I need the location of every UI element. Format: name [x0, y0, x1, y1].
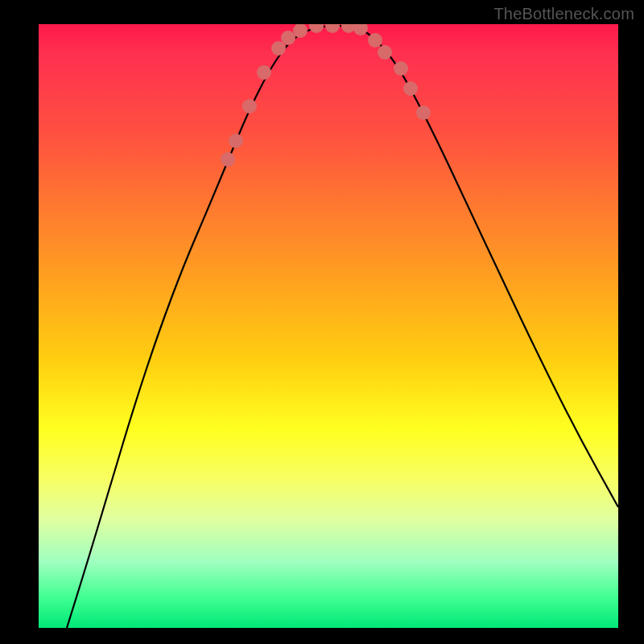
watermark-text: TheBottleneck.com [493, 5, 634, 23]
sample-dot [242, 99, 257, 114]
chart-frame: TheBottleneck.com [0, 0, 644, 644]
sample-dot [221, 152, 235, 167]
sample-dot [403, 81, 418, 96]
sample-dot [229, 134, 243, 148]
sample-dots [221, 24, 431, 167]
sample-dot [378, 45, 392, 60]
dots-layer [39, 24, 618, 628]
sample-dot [293, 24, 308, 38]
sample-dot [368, 33, 382, 47]
sample-dot [353, 24, 368, 35]
sample-dot [416, 105, 431, 120]
sample-dot [394, 61, 408, 76]
sample-dot [325, 24, 340, 33]
sample-dot [309, 24, 324, 33]
sample-dot [257, 65, 271, 80]
sample-dot [281, 31, 295, 45]
